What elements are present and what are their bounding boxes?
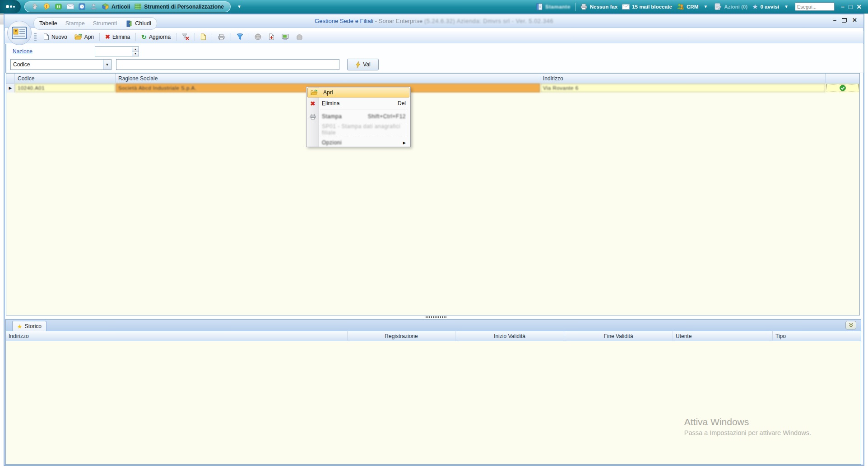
storico-col-registrazione[interactable]: Registrazione <box>348 331 455 341</box>
context-opzioni[interactable]: Opzioni ▶ <box>306 137 410 148</box>
hand-icon[interactable] <box>31 3 39 10</box>
search-field-combobox[interactable]: Codice ▼ <box>10 59 111 70</box>
elimina-label: Elimina <box>112 34 130 40</box>
chevron-down-icon[interactable]: ▾ <box>235 4 243 9</box>
clear-filter-button[interactable] <box>179 32 192 42</box>
filter-button[interactable] <box>233 32 246 42</box>
elimina-button[interactable]: ✖ Elimina <box>102 32 133 42</box>
cell-codice[interactable]: 10240.A01 <box>15 83 116 93</box>
nazione-spinner-input[interactable] <box>95 47 132 56</box>
open-folder-icon <box>310 89 318 96</box>
avvisi-item[interactable]: ★ 0 avvisi ▾ <box>752 3 790 10</box>
crm-item[interactable]: $ CRM ▾ <box>677 3 710 10</box>
context-elimina-label: Elimina <box>322 100 339 107</box>
column-header-flag[interactable] <box>826 74 859 83</box>
spin-down-icon[interactable]: ▼ <box>132 52 139 56</box>
panel-accent <box>5 44 6 73</box>
window-restore-button[interactable] <box>842 18 847 23</box>
app-launcher-articoli[interactable]: Articoli <box>102 3 130 10</box>
fax-icon <box>580 3 588 10</box>
menu-chiudi[interactable]: Chiudi <box>125 20 151 28</box>
new-blank-button[interactable] <box>197 32 209 42</box>
user-session-label: Stamante <box>545 4 571 9</box>
context-apri[interactable]: Apri <box>307 88 409 97</box>
nazione-spinner[interactable]: ▲ ▼ <box>95 46 139 56</box>
spin-up-icon[interactable]: ▲ <box>132 47 139 52</box>
close-button[interactable]: ✕ <box>856 4 862 10</box>
table-row[interactable]: ▶ 10240.A01 Società Abcd Industriale S.p… <box>6 83 859 93</box>
combo-arrow-icon[interactable]: ▼ <box>103 60 111 70</box>
pause-icon[interactable] <box>55 3 62 10</box>
green-check-icon <box>840 85 846 91</box>
context-elimina-shortcut: Del <box>398 100 406 107</box>
storico-col-tipo[interactable]: Tipo <box>773 331 861 341</box>
storico-col-inizio-validita[interactable]: Inizio Validità <box>455 331 564 341</box>
splitter-grip[interactable] <box>426 316 447 318</box>
suite-logo[interactable] <box>0 0 21 14</box>
maximize-button[interactable]: □ <box>849 4 852 10</box>
fax-status-item[interactable]: Nessun fax <box>580 3 617 10</box>
spinner-buttons: ▲ ▼ <box>132 47 139 56</box>
search-text-input[interactable] <box>116 59 339 70</box>
column-header-ragione-sociale[interactable]: Ragione Sociale <box>116 74 540 83</box>
context-stampa-shortcut: Shift+Ctrl+F12 <box>368 113 406 120</box>
storico-col-indirizzo[interactable]: Indirizzo <box>6 331 348 341</box>
vai-button[interactable]: Vai <box>347 59 379 70</box>
storico-col-fine-validita[interactable]: Fine Validità <box>564 331 673 341</box>
esegui-input[interactable] <box>795 2 835 11</box>
context-stampa-sp01[interactable]: SP01 - Stampa dati anagrafici filiale <box>306 124 410 135</box>
user-session-item[interactable]: Stamante <box>535 3 571 10</box>
window-minimize-button[interactable]: – <box>833 17 836 23</box>
context-apri-label: Apri <box>323 89 333 96</box>
quick-launch-pill: ! Articoli Strumenti di Personalizzazion… <box>24 1 231 12</box>
cell-flag[interactable] <box>826 83 859 93</box>
export-button[interactable] <box>265 32 278 42</box>
azioni-item[interactable]: Azioni (0) <box>714 3 747 10</box>
context-elimina[interactable]: ✖ Elimina Del <box>306 98 410 109</box>
crm-chevron-icon[interactable]: ▾ <box>701 4 710 9</box>
planner-clock-icon[interactable] <box>78 3 86 10</box>
help-button[interactable] <box>251 32 265 42</box>
user-icon[interactable] <box>90 3 97 10</box>
aggiorna-button[interactable]: ↻ Aggiorna <box>138 32 174 42</box>
nazione-link[interactable]: Nazione <box>13 48 32 55</box>
windows-activation-watermark: Attiva Windows Passa a Impostazioni per … <box>684 417 811 436</box>
menu-tabelle[interactable]: Tabelle <box>39 20 57 27</box>
column-header-indirizzo[interactable]: Indirizzo <box>540 74 826 83</box>
app-launcher-strumenti[interactable]: Strumenti di Personalizzazione <box>134 3 224 10</box>
separator <box>99 33 100 41</box>
column-header-codice[interactable]: Codice <box>15 74 116 83</box>
topbar-status-area: Stamante Nessun fax 15 mail bloccate $ C… <box>535 2 868 11</box>
collapse-panel-button[interactable] <box>845 321 856 329</box>
mail-icon[interactable] <box>66 3 74 10</box>
window-title-license: (5.24.6.32) Azienda: Dmvrs srl - Ver. 5.… <box>424 18 553 24</box>
row-context-menu: Apri ✖ Elimina Del Stampa Shift+Ctrl+F12… <box>306 87 411 147</box>
crm-people-icon: $ <box>677 3 684 10</box>
tag-button[interactable] <box>293 32 306 42</box>
cube-icon <box>102 3 109 10</box>
alert-balloon-icon[interactable]: ! <box>43 3 51 10</box>
cell-indirizzo[interactable]: Via Rovante 6 <box>540 83 826 93</box>
menu-chiudi-label: Chiudi <box>135 20 151 27</box>
printer-icon <box>309 113 317 120</box>
tab-storico-label: Storico <box>25 323 42 329</box>
tab-storico[interactable]: ★ Storico <box>12 321 46 331</box>
door-exit-icon <box>125 20 133 28</box>
toolbar-grip[interactable] <box>34 33 37 41</box>
screen-view-button[interactable] <box>279 32 292 42</box>
menu-stampe[interactable]: Stampe <box>65 20 85 27</box>
context-stampa[interactable]: Stampa Shift+Ctrl+F12 <box>306 111 410 122</box>
print-button[interactable] <box>214 32 228 42</box>
storico-col-utente[interactable]: Utente <box>673 331 773 341</box>
minimize-button[interactable]: – <box>841 4 845 10</box>
avvisi-chevron-icon[interactable]: ▾ <box>782 4 790 9</box>
module-icon[interactable] <box>7 21 32 45</box>
context-stampa-label: Stampa <box>322 113 342 120</box>
window-close-button[interactable]: ✕ <box>852 17 857 23</box>
clear-filter-icon <box>182 33 189 40</box>
mail-blocked-item[interactable]: 15 mail bloccate <box>622 3 672 10</box>
nuovo-button[interactable]: Nuovo <box>40 32 70 42</box>
window-menu-bar: Tabelle Stampe Strumenti Chiudi <box>33 17 157 30</box>
menu-strumenti[interactable]: Strumenti <box>93 20 117 27</box>
apri-button[interactable]: Apri <box>71 32 97 42</box>
